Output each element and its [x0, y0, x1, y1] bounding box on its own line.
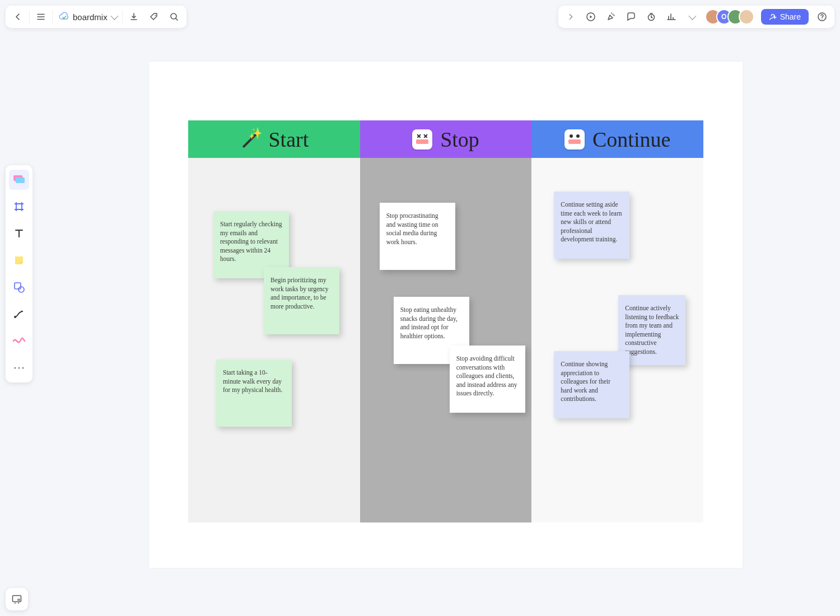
note-text: Stop procrastinating and wasting time on…	[386, 212, 438, 245]
sticky-note[interactable]: Stop avoiding difficult conversations wi…	[450, 346, 525, 413]
forward-button[interactable]	[561, 7, 581, 27]
column-continue: Continue Continue setting aside time eac…	[531, 120, 703, 522]
download-button[interactable]	[124, 7, 144, 27]
templates-tool[interactable]	[9, 170, 29, 190]
more-tools[interactable]	[9, 358, 29, 378]
brand-menu[interactable]: boardmix	[54, 11, 121, 22]
retro-board: ✨ Start Start regularly checking my emai…	[188, 120, 703, 522]
help-button[interactable]	[812, 7, 832, 27]
note-text: Stop eating unhealthy snacks during the …	[400, 306, 458, 339]
sticky-note[interactable]: Continue showing appreciation to colleag…	[554, 351, 629, 418]
cloud-icon	[58, 11, 69, 22]
brand-name: boardmix	[73, 12, 108, 22]
sticky-note[interactable]: Start taking a 10-minute walk every day …	[216, 360, 292, 427]
connector-tool[interactable]	[9, 304, 29, 324]
pen-tool[interactable]	[9, 331, 29, 351]
note-text: Continue setting aside time each week to…	[561, 201, 622, 242]
sticky-note-tool[interactable]	[9, 250, 29, 270]
svg-point-0	[155, 15, 156, 16]
svg-rect-8	[15, 283, 21, 289]
celebrate-button[interactable]	[601, 7, 621, 27]
column-stop-body[interactable]: Stop procrastinating and wasting time on…	[360, 158, 532, 522]
collaborator-avatars[interactable]: O	[705, 9, 754, 25]
separator	[29, 10, 30, 24]
svg-point-10	[14, 316, 16, 318]
present-button[interactable]	[581, 7, 601, 27]
note-text: Begin prioritizing my work tasks by urge…	[270, 277, 329, 310]
sticky-note[interactable]: Begin prioritizing my work tasks by urge…	[264, 267, 339, 334]
shape-tool[interactable]	[9, 277, 29, 297]
chevron-down-icon	[110, 12, 118, 20]
svg-rect-7	[16, 178, 25, 183]
more-top-button[interactable]	[682, 7, 702, 27]
note-text: Start regularly checking my emails and r…	[220, 221, 282, 262]
column-continue-body[interactable]: Continue setting aside time each week to…	[531, 158, 703, 522]
separator	[122, 10, 123, 24]
frame-tool[interactable]	[9, 197, 29, 217]
sticky-note[interactable]: Continue setting aside time each week to…	[554, 192, 629, 259]
magic-wand-icon: ✨	[239, 129, 260, 150]
column-start-header: ✨ Start	[188, 120, 360, 158]
left-toolbar	[6, 165, 32, 382]
svg-point-13	[22, 367, 24, 368]
search-button[interactable]	[164, 7, 184, 27]
note-text: Continue showing appreciation to colleag…	[561, 361, 610, 402]
sticky-note[interactable]: Stop procrastinating and wasting time on…	[380, 203, 455, 270]
canvas[interactable]: ✨ Start Start regularly checking my emai…	[149, 62, 743, 568]
tag-button[interactable]	[144, 7, 164, 27]
topbar-left: boardmix	[6, 6, 186, 28]
note-text: Continue actively listening to feedback …	[625, 305, 679, 355]
svg-point-11	[14, 367, 16, 368]
column-stop-header: Stop	[360, 120, 532, 158]
dead-robot-icon	[412, 129, 432, 150]
topbar-right: O Share	[558, 6, 834, 28]
note-text: Start taking a 10-minute walk every day …	[223, 369, 282, 393]
share-button[interactable]: Share	[761, 9, 809, 25]
timer-button[interactable]	[641, 7, 661, 27]
svg-point-12	[18, 367, 20, 368]
robot-icon	[564, 129, 585, 150]
note-text: Stop avoiding difficult conversations wi…	[456, 355, 517, 396]
comment-button[interactable]	[621, 7, 641, 27]
share-label: Share	[780, 12, 801, 21]
svg-point-9	[18, 287, 24, 292]
column-stop-label: Stop	[440, 127, 479, 152]
minimap-button[interactable]	[6, 588, 28, 610]
chevron-down-icon	[688, 12, 696, 20]
svg-rect-15	[17, 599, 20, 601]
column-start: ✨ Start Start regularly checking my emai…	[188, 120, 360, 522]
column-continue-label: Continue	[592, 127, 670, 152]
column-continue-header: Continue	[531, 120, 703, 158]
column-start-body[interactable]: Start regularly checking my emails and r…	[188, 158, 360, 522]
back-button[interactable]	[8, 7, 28, 27]
separator	[52, 10, 53, 24]
poll-button[interactable]	[661, 7, 682, 27]
column-start-label: Start	[268, 127, 309, 152]
column-stop: Stop Stop procrastinating and wasting ti…	[360, 120, 532, 522]
text-tool[interactable]	[9, 223, 29, 244]
avatar[interactable]	[739, 9, 754, 25]
menu-button[interactable]	[31, 7, 51, 27]
